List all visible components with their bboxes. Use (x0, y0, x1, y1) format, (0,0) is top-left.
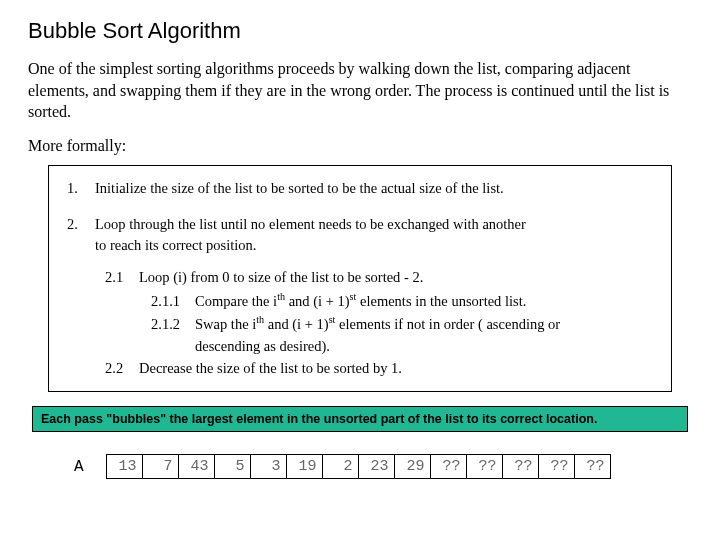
step-text: Initialize the size of the list to be so… (95, 180, 504, 196)
array-cell: 7 (142, 455, 178, 479)
step-2: 2.Loop through the list until no element… (67, 214, 653, 258)
array-cell: ?? (574, 455, 610, 479)
array-cell: 19 (286, 455, 322, 479)
step-2-1-1: 2.1.1Compare the ith and (i + 1)st eleme… (151, 289, 653, 313)
array-table: 13743531922329?????????? (106, 454, 611, 479)
step-1: 1.Initialize the size of the list to be … (67, 178, 653, 200)
step-text: Compare the ith and (i + 1)st elements i… (195, 293, 526, 309)
step-text: Loop through the list until no element n… (95, 216, 526, 232)
array-cell: ?? (430, 455, 466, 479)
step-text-cont: to reach its correct position. (95, 235, 653, 257)
array-cell: 2 (322, 455, 358, 479)
step-num: 2.2 (105, 358, 139, 380)
step-num: 1. (67, 178, 95, 200)
step-text: Decrease the size of the list to be sort… (139, 360, 402, 376)
step-2-1-2: 2.1.2Swap the ith and (i + 1)st elements… (151, 312, 653, 336)
array-cell: 23 (358, 455, 394, 479)
step-text: Loop (i) from 0 to size of the list to b… (139, 269, 423, 285)
intro-paragraph: One of the simplest sorting algorithms p… (28, 58, 692, 123)
step-num: 2.1.1 (151, 291, 195, 313)
array-cell: 13 (106, 455, 142, 479)
array-display: A 13743531922329?????????? (74, 454, 692, 479)
step-text: Swap the ith and (i + 1)st elements if n… (195, 316, 560, 332)
array-cell: ?? (502, 455, 538, 479)
step-num: 2. (67, 214, 95, 236)
step-num: 2.1 (105, 267, 139, 289)
array-cell: ?? (466, 455, 502, 479)
array-cell: 5 (214, 455, 250, 479)
step-2-1-2-cont: descending as desired). (195, 336, 653, 358)
step-num: 2.1.2 (151, 314, 195, 336)
highlight-callout: Each pass "bubbles" the largest element … (32, 406, 688, 432)
more-formally-label: More formally: (28, 137, 692, 155)
array-cell: 29 (394, 455, 430, 479)
array-cell: 43 (178, 455, 214, 479)
array-cell: 3 (250, 455, 286, 479)
step-2-1: 2.1Loop (i) from 0 to size of the list t… (105, 267, 653, 289)
page-title: Bubble Sort Algorithm (28, 18, 692, 44)
array-label: A (74, 458, 84, 476)
step-2-2: 2.2Decrease the size of the list to be s… (105, 358, 653, 380)
array-cell: ?? (538, 455, 574, 479)
steps-box: 1.Initialize the size of the list to be … (48, 165, 672, 393)
